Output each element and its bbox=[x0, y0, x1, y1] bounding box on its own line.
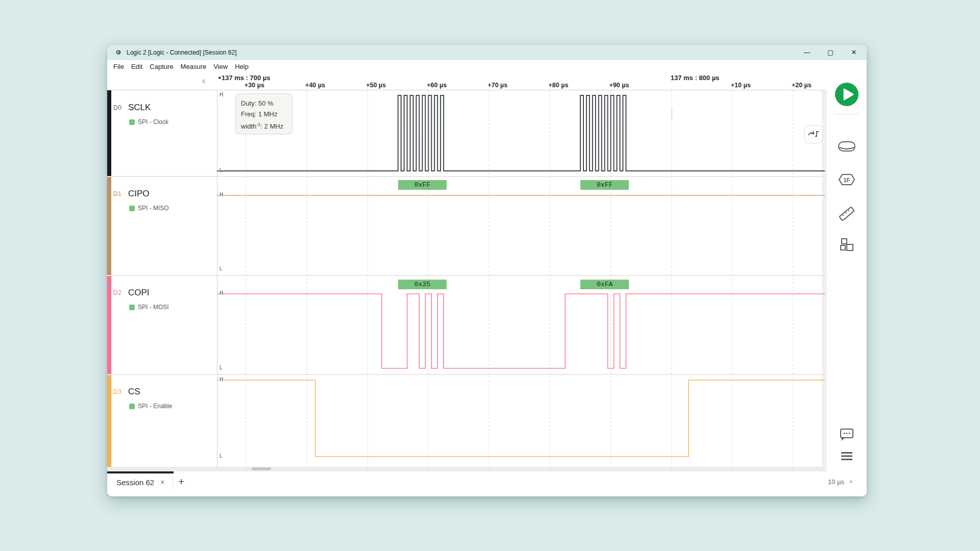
channel-id: D1 bbox=[113, 190, 121, 197]
svg-text:1F: 1F bbox=[844, 177, 850, 183]
low-level-label: L bbox=[219, 266, 223, 271]
logic2-app-icon: ⚙ bbox=[115, 48, 124, 57]
tab-close-icon[interactable]: × bbox=[160, 478, 164, 486]
channel-id: D0 bbox=[113, 104, 121, 111]
channel-color-bar-d3 bbox=[107, 374, 111, 467]
menu-bar: FileEditCaptureMeasureViewHelp bbox=[107, 60, 867, 73]
ruler-tick-label: +30 µs bbox=[244, 82, 264, 89]
high-level-label: H bbox=[219, 92, 223, 97]
low-level-label: L bbox=[219, 167, 223, 173]
waveform-canvas bbox=[217, 90, 825, 471]
title-bar: ⚙ Logic 2 [Logic - Connected] [Session 6… bbox=[107, 45, 867, 60]
right-sidebar: 1F bbox=[827, 60, 867, 496]
channel-label-panel: D0SCLKSPI - ClockD1CIPOSPI - MISOD2COPIS… bbox=[107, 90, 217, 467]
minimize-button[interactable]: — bbox=[799, 46, 815, 59]
timeline-ruler: ‹ ◄137 ms : 700 µs137 ms : 800 µs+30 µs+… bbox=[107, 73, 825, 90]
ruler-tick-label: +90 µs bbox=[609, 82, 629, 89]
device-icon[interactable] bbox=[837, 140, 856, 154]
ruler-major-label: 137 ms : 800 µs bbox=[671, 74, 720, 82]
high-level-label: H bbox=[219, 377, 223, 382]
play-button[interactable] bbox=[835, 83, 859, 106]
menu-item-measure[interactable]: Measure bbox=[181, 60, 207, 73]
channel-analyzer-label: SPI - Clock bbox=[138, 118, 168, 126]
timescale-value[interactable]: 10 µs bbox=[828, 478, 844, 486]
menu-item-help[interactable]: Help bbox=[235, 60, 249, 73]
ruler-tick-label: +20 µs bbox=[792, 82, 812, 89]
menu-item-view[interactable]: View bbox=[213, 60, 228, 73]
menu-item-edit[interactable]: Edit bbox=[131, 60, 142, 73]
window-title: Logic 2 [Logic - Connected] [Session 62] bbox=[127, 49, 236, 56]
channel-color-bar-d1 bbox=[107, 177, 111, 276]
timescale-chevron-icon[interactable]: ˄ bbox=[849, 479, 852, 485]
analyzer-color-square bbox=[129, 119, 135, 125]
channel-color-bar-d2 bbox=[107, 276, 111, 374]
analyzer-color-square bbox=[129, 206, 135, 211]
decoded-byte-badge: 0xFA bbox=[580, 280, 629, 289]
measurement-tooltip: Duty: 50 % Freq: 1 MHz width-1: 2 MHz bbox=[235, 93, 292, 134]
channel-id: D3 bbox=[113, 388, 121, 395]
channel-name: CS bbox=[128, 387, 140, 397]
tooltip-duty: Duty: 50 % bbox=[241, 98, 292, 109]
close-button[interactable]: ✕ bbox=[846, 46, 862, 59]
low-level-label: L bbox=[219, 453, 223, 459]
waveform-cs bbox=[217, 380, 825, 457]
analyzers-1f-icon[interactable]: 1F bbox=[838, 172, 856, 187]
high-level-label: H bbox=[219, 192, 223, 197]
bottom-tab-bar: Session 62 × + 10 µs ˄ bbox=[107, 471, 867, 496]
app-window: ⚙ Logic 2 [Logic - Connected] [Session 6… bbox=[107, 45, 867, 496]
chat-icon[interactable] bbox=[839, 428, 854, 443]
maximize-button[interactable]: ▢ bbox=[823, 46, 838, 59]
waveform-copi bbox=[217, 294, 825, 368]
tab-session[interactable]: Session 62 bbox=[116, 478, 154, 487]
channel-analyzer-label: SPI - Enable bbox=[138, 403, 172, 410]
menu-item-file[interactable]: File bbox=[113, 60, 124, 73]
high-level-label: H bbox=[219, 290, 223, 296]
channel-color-bar-d0 bbox=[107, 90, 111, 177]
analyzer-color-square bbox=[129, 305, 135, 310]
channel-id: D2 bbox=[113, 289, 121, 296]
decoded-byte-badge: 0xFF bbox=[398, 180, 447, 190]
hamburger-menu-icon[interactable] bbox=[840, 451, 853, 461]
active-tab-indicator bbox=[107, 471, 174, 473]
ruler-tick-label: +10 µs bbox=[731, 82, 751, 89]
jump-to-edge-button[interactable] bbox=[804, 125, 823, 143]
ruler-tick-label: +50 µs bbox=[366, 82, 386, 89]
channel-analyzer-label: SPI - MISO bbox=[138, 205, 169, 212]
channel-name: CIPO bbox=[128, 189, 150, 199]
ruler-origin-label: ◄137 ms : 700 µs bbox=[217, 74, 271, 82]
decoded-byte-badge: 0xFF bbox=[580, 180, 629, 190]
tooltip-freq: Freq: 1 MHz bbox=[241, 109, 292, 119]
next-edge-icon bbox=[805, 126, 822, 143]
tab-divider bbox=[173, 477, 173, 490]
channel-name: SCLK bbox=[128, 103, 151, 113]
analyzer-color-square bbox=[129, 404, 135, 409]
sidebar-divider bbox=[834, 114, 860, 114]
ruler-tick-label: +70 µs bbox=[487, 82, 507, 89]
ruler-tick-label: +60 µs bbox=[427, 82, 447, 89]
collapse-panel-chevron[interactable]: ‹ bbox=[202, 76, 205, 85]
channel-name: COPI bbox=[128, 288, 150, 298]
ruler-tick-label: +40 µs bbox=[305, 82, 325, 89]
ruler-tick-label: +80 µs bbox=[549, 82, 569, 89]
menu-item-capture[interactable]: Capture bbox=[150, 60, 173, 73]
channel-analyzer-label: SPI - MOSI bbox=[138, 304, 169, 311]
waveform-sclk bbox=[217, 95, 825, 171]
tooltip-width-inv: width-1: 2 MHz bbox=[241, 119, 292, 132]
decoded-byte-badge: 0x35 bbox=[398, 280, 447, 289]
extensions-icon[interactable] bbox=[839, 238, 854, 253]
measure-ruler-icon[interactable] bbox=[838, 205, 855, 222]
new-tab-button[interactable]: + bbox=[178, 475, 184, 488]
horizontal-scrollbar-thumb[interactable] bbox=[252, 467, 271, 470]
low-level-label: L bbox=[219, 365, 223, 370]
